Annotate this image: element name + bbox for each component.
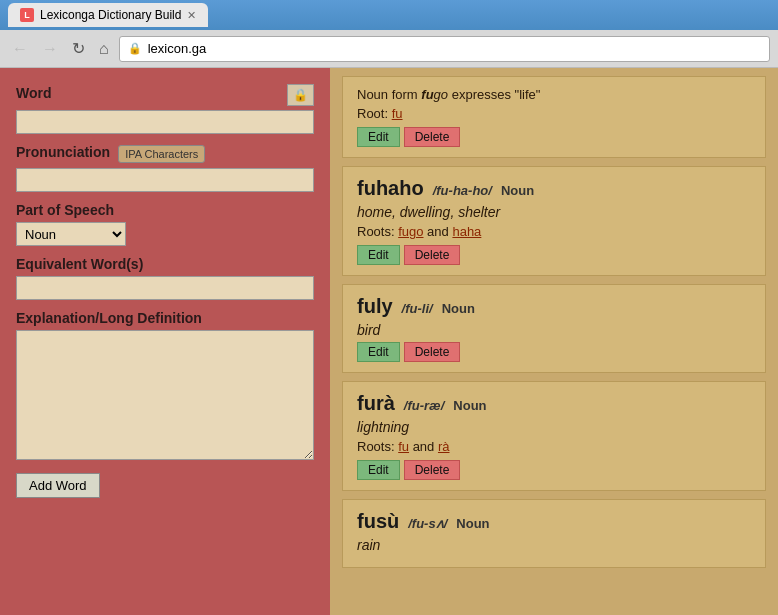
edit-button[interactable]: Edit — [357, 460, 400, 480]
entry-header: furà /fu-ræ/ Noun — [357, 392, 751, 415]
address-icon: 🔒 — [128, 42, 142, 55]
edit-button[interactable]: Edit — [357, 127, 400, 147]
entry-pos: Noun — [442, 301, 475, 316]
pronunciation-row: Pronunciation IPA Characters — [16, 144, 314, 164]
entry-word: fuly — [357, 295, 393, 317]
explanation-textarea[interactable] — [16, 330, 314, 460]
main-layout: Word 🔒 Pronunciation IPA Characters Part… — [0, 68, 778, 615]
entry-pronunciation: /fu-ræ/ — [404, 398, 444, 413]
entry-pos: Noun — [501, 183, 534, 198]
delete-button[interactable]: Delete — [404, 342, 461, 362]
back-button[interactable]: ← — [8, 38, 32, 60]
part-of-speech-label: Part of Speech — [16, 202, 314, 218]
entry-word: fusù — [357, 510, 399, 532]
dict-entry-fusu: fusù /fu-sʌ/ Noun rain — [342, 499, 766, 568]
equivalent-label: Equivalent Word(s) — [16, 256, 314, 272]
entry-pos: Noun — [456, 516, 489, 531]
button-row: Edit Delete — [357, 245, 751, 265]
browser-chrome: L Lexiconga Dictionary Build ✕ — [0, 0, 778, 30]
entry-header: fuhaho /fu-ha-ho/ Noun — [357, 177, 751, 200]
button-row: Edit Delete — [357, 460, 751, 480]
address-bar[interactable]: 🔒 lexicon.ga — [119, 36, 770, 62]
entry-definition: rain — [357, 537, 751, 553]
entry-definition: lightning — [357, 419, 751, 435]
part-of-speech-select[interactable]: Noun Verb Adjective Adverb Pronoun Prepo… — [16, 222, 126, 246]
word-row: Word 🔒 — [16, 84, 314, 106]
tab-close-button[interactable]: ✕ — [187, 9, 196, 22]
reload-button[interactable]: ↻ — [68, 37, 89, 60]
entry-note: Noun form fugo expresses "life" — [357, 87, 751, 102]
word-label: Word — [16, 85, 52, 101]
entry-roots: Roots: fu and rà — [357, 439, 751, 454]
tab-favicon: L — [20, 8, 34, 22]
entry-pronunciation: /fu-sʌ/ — [408, 516, 447, 531]
dict-entry-fura: furà /fu-ræ/ Noun lightning Roots: fu an… — [342, 381, 766, 491]
delete-button[interactable]: Delete — [404, 127, 461, 147]
equivalent-input[interactable] — [16, 276, 314, 300]
word-input[interactable] — [16, 110, 314, 134]
root-link-haha[interactable]: haha — [452, 224, 481, 239]
button-row: Edit Delete — [357, 342, 751, 362]
pronunciation-label: Pronunciation — [16, 144, 110, 160]
browser-tab[interactable]: L Lexiconga Dictionary Build ✕ — [8, 3, 208, 27]
delete-button[interactable]: Delete — [404, 460, 461, 480]
entry-word: fuhaho — [357, 177, 424, 199]
home-button[interactable]: ⌂ — [95, 38, 113, 60]
dict-entry-top: Noun form fugo expresses "life" Root: fu… — [342, 76, 766, 158]
explanation-label: Explanation/Long Definition — [16, 310, 314, 326]
root-link-fu[interactable]: fu — [392, 106, 403, 121]
edit-button[interactable]: Edit — [357, 245, 400, 265]
entry-word: furà — [357, 392, 395, 414]
delete-button[interactable]: Delete — [404, 245, 461, 265]
browser-toolbar: ← → ↻ ⌂ 🔒 lexicon.ga — [0, 30, 778, 68]
entry-pronunciation: /fu-ha-ho/ — [433, 183, 492, 198]
entry-roots: Root: fu — [357, 106, 751, 121]
left-panel: Word 🔒 Pronunciation IPA Characters Part… — [0, 68, 330, 615]
root-link-ra[interactable]: rà — [438, 439, 450, 454]
root-link-fugo[interactable]: fugo — [398, 224, 423, 239]
tab-label: Lexiconga Dictionary Build — [40, 8, 181, 22]
lock-button[interactable]: 🔒 — [287, 84, 314, 106]
button-row: Edit Delete — [357, 127, 751, 147]
forward-button[interactable]: → — [38, 38, 62, 60]
entry-roots: Roots: fugo and haha — [357, 224, 751, 239]
entry-definition: bird — [357, 322, 751, 338]
entry-header: fusù /fu-sʌ/ Noun — [357, 510, 751, 533]
pronunciation-input[interactable] — [16, 168, 314, 192]
edit-button[interactable]: Edit — [357, 342, 400, 362]
right-panel: Noun form fugo expresses "life" Root: fu… — [330, 68, 778, 615]
dict-entry-fuly: fuly /fu-li/ Noun bird Edit Delete — [342, 284, 766, 373]
url-text: lexicon.ga — [148, 41, 207, 56]
entry-definition: home, dwelling, shelter — [357, 204, 751, 220]
entry-header: fuly /fu-li/ Noun — [357, 295, 751, 318]
add-word-button[interactable]: Add Word — [16, 473, 100, 498]
root-link-fu[interactable]: fu — [398, 439, 409, 454]
entry-pronunciation: /fu-li/ — [402, 301, 433, 316]
ipa-characters-button[interactable]: IPA Characters — [118, 145, 205, 163]
dict-entry-fuhaho: fuhaho /fu-ha-ho/ Noun home, dwelling, s… — [342, 166, 766, 276]
entry-pos: Noun — [453, 398, 486, 413]
